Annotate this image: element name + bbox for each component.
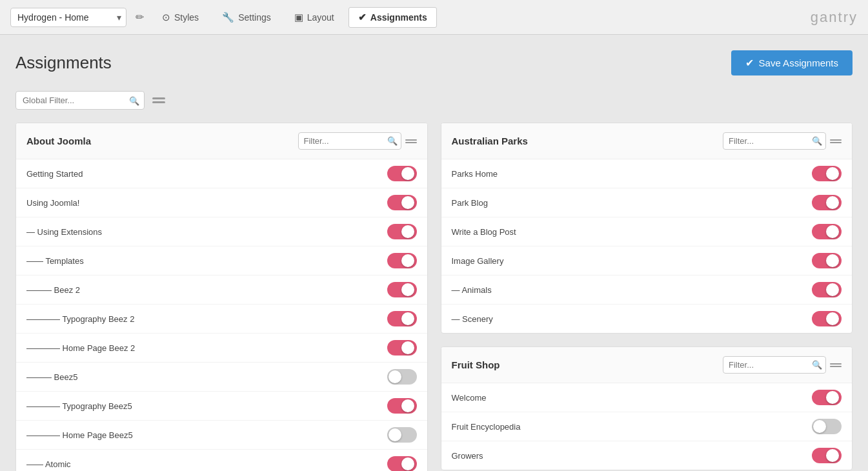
toggle-slider: [387, 253, 417, 268]
edit-icon-button[interactable]: ✏: [132, 7, 148, 27]
list-item-label: ———— Typography Beez 2: [26, 314, 134, 324]
tab-assignments[interactable]: ✔ Assignments: [348, 7, 437, 28]
list-item-label: — Using Extensions: [26, 227, 102, 237]
theme-dropdown[interactable]: Hydrogen - Home Hydrogen - Blog Hydrogen…: [10, 8, 126, 27]
list-item: Using Joomla!: [16, 188, 427, 217]
list-item-label: — Scenery: [452, 314, 493, 324]
filter-input-fruit-shop[interactable]: [723, 356, 826, 374]
toggle-switch[interactable]: [812, 311, 842, 326]
toggle-slider: [387, 166, 417, 181]
global-filter-input[interactable]: [15, 91, 145, 110]
toggle-slider: [387, 195, 417, 210]
card-title-fruit-shop: Fruit Shop: [452, 359, 500, 370]
list-item: Write a Blog Post: [441, 217, 853, 246]
toggle-switch[interactable]: [387, 456, 417, 471]
list-item-label: Image Gallery: [452, 256, 504, 266]
card-header-about-joomla: About Joomla 🔍: [16, 123, 427, 159]
list-item-label: ———— Home Page Beez5: [26, 430, 133, 440]
list-fruit-shop: WelcomeFruit EncyclopediaGrowers: [441, 383, 853, 470]
toggle-switch[interactable]: [387, 282, 417, 297]
toggle-switch[interactable]: [387, 398, 417, 414]
styles-icon: ⊙: [162, 12, 170, 23]
global-filter-wrapper: 🔍: [15, 91, 145, 110]
toggle-switch[interactable]: [387, 253, 417, 268]
assignments-icon: ✔: [358, 12, 367, 23]
tg-line2-fs: [830, 366, 842, 367]
toggle-group-about-joomla[interactable]: [405, 139, 417, 143]
toggle-switch[interactable]: [387, 427, 417, 443]
toggle-slider: [812, 390, 842, 405]
list-item: Image Gallery: [441, 246, 853, 276]
list-about-joomla: Getting StartedUsing Joomla!— Using Exte…: [16, 159, 427, 471]
tab-settings[interactable]: 🔧 Settings: [213, 8, 280, 27]
settings-icon: 🔧: [222, 12, 234, 23]
tab-styles[interactable]: ⊙ Styles: [153, 8, 208, 27]
main-content: Assignments ✔ Save Assignments 🔍 About J…: [0, 35, 868, 471]
gantry-logo: gantry: [811, 9, 858, 26]
list-item-label: Park Blog: [452, 198, 488, 208]
list-item: Fruit Encyclopedia: [441, 412, 853, 441]
toggle-switch[interactable]: [812, 390, 842, 405]
tab-styles-label: Styles: [174, 12, 199, 23]
toggle-switch[interactable]: [387, 311, 417, 326]
list-item-label: ———— Home Page Beez 2: [26, 343, 135, 353]
list-item: — Animals: [441, 276, 853, 305]
card-filter-fruit-shop: 🔍: [723, 356, 842, 374]
list-item: Welcome: [441, 383, 853, 412]
filter-input-australian-parks[interactable]: [723, 132, 826, 150]
toggle-switch[interactable]: [812, 282, 842, 297]
tab-layout[interactable]: ▣ Layout: [285, 8, 343, 27]
card-filter-about-joomla: 🔍: [298, 132, 417, 150]
list-item: ——— Beez 2: [16, 276, 427, 305]
toggle-line-1: [152, 97, 165, 99]
toggle-switch[interactable]: [387, 195, 417, 210]
tg-line1: [405, 139, 417, 141]
list-item: — Using Extensions: [16, 217, 427, 246]
list-item-label: Growers: [452, 451, 483, 461]
toggle-slider: [812, 311, 842, 326]
assignments-grid: About Joomla 🔍 Getting StartedUsing Joom…: [15, 123, 853, 471]
category-card-about-joomla: About Joomla 🔍 Getting StartedUsing Joom…: [15, 123, 428, 471]
toggle-switch[interactable]: [387, 340, 417, 356]
toggle-slider: [812, 282, 842, 297]
global-toggle-all-button[interactable]: [150, 95, 168, 106]
list-item-label: Welcome: [452, 393, 487, 403]
list-item: ———— Home Page Beez 2: [16, 334, 427, 363]
save-check-icon: ✔: [745, 57, 754, 69]
toggle-switch[interactable]: [812, 419, 842, 434]
toggle-group-australian-parks[interactable]: [830, 139, 842, 143]
toggle-line-2: [152, 101, 165, 103]
list-item-label: Parks Home: [452, 169, 498, 179]
toggle-slider: [812, 224, 842, 239]
toggle-group-fruit-shop[interactable]: [830, 363, 842, 367]
tab-settings-label: Settings: [238, 12, 271, 23]
toggle-switch[interactable]: [812, 166, 842, 181]
theme-dropdown-wrapper[interactable]: Hydrogen - Home Hydrogen - Blog Hydrogen…: [10, 8, 126, 27]
top-navigation: Hydrogen - Home Hydrogen - Blog Hydrogen…: [0, 0, 868, 35]
card-filter-australian-parks: 🔍: [723, 132, 842, 150]
filter-input-about-joomla[interactable]: [298, 132, 401, 150]
save-assignments-button[interactable]: ✔ Save Assignments: [731, 50, 853, 75]
list-item: Growers: [441, 441, 853, 470]
tg-line1-ap: [830, 139, 842, 141]
list-item: ———— Home Page Beez5: [16, 421, 427, 450]
toggle-switch[interactable]: [387, 369, 417, 385]
toggle-slider: [387, 224, 417, 239]
card-header-australian-parks: Australian Parks 🔍: [441, 123, 853, 159]
toggle-switch[interactable]: [812, 195, 842, 210]
toggle-slider: [812, 419, 842, 434]
toggle-slider: [812, 448, 842, 463]
toggle-switch[interactable]: [387, 224, 417, 239]
toggle-switch[interactable]: [812, 224, 842, 239]
toggle-switch[interactable]: [812, 448, 842, 463]
list-item: Park Blog: [441, 188, 853, 217]
page-title: Assignments: [15, 53, 112, 73]
toggle-switch[interactable]: [812, 253, 842, 268]
save-button-label: Save Assignments: [759, 57, 838, 68]
toggle-slider: [387, 427, 417, 443]
list-item-label: —— Templates: [26, 256, 84, 266]
pencil-icon: ✏: [136, 11, 144, 23]
toggle-switch[interactable]: [387, 166, 417, 181]
tg-line1-fs: [830, 363, 842, 365]
list-item-label: Fruit Encyclopedia: [452, 422, 521, 432]
